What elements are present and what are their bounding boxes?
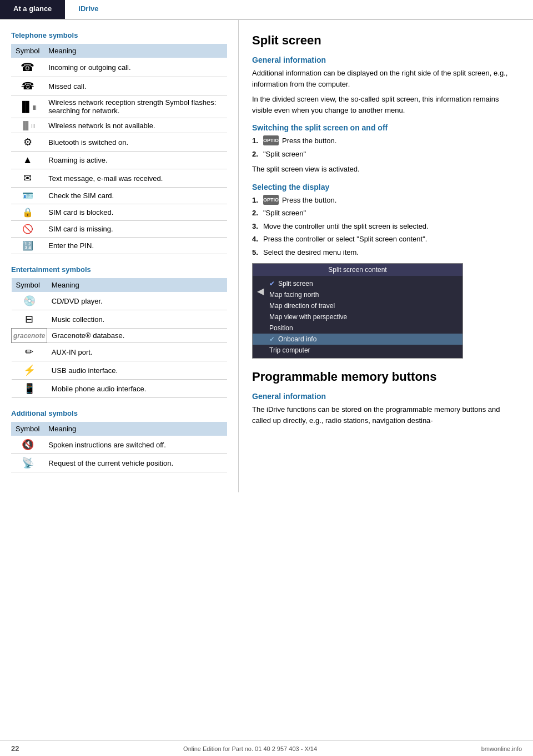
footer-site: bmwonline.info	[481, 745, 522, 752]
col-symbol: Symbol	[11, 44, 44, 58]
symbol-cell: ✏	[12, 343, 47, 361]
symbol-cell: ▐▌lll	[11, 95, 44, 118]
symbol-cell: ▲	[11, 152, 44, 169]
table-row: ⊟ Music collection.	[12, 310, 228, 329]
table-row: ☎ Missed call.	[11, 77, 227, 95]
symbol-cell: 💿	[12, 292, 47, 310]
col-meaning: Meaning	[47, 278, 227, 292]
mock-items: ◀ ✔ Split screen Map facing north Map di…	[253, 276, 462, 358]
table-row: 🔇 Spoken instructions are switched off.	[11, 436, 227, 454]
page-number: 22	[11, 744, 19, 753]
general-info-text2: In the divided screen view, the so-calle…	[252, 94, 520, 115]
meaning-cell: AUX-IN port.	[47, 343, 227, 361]
option-button-icon: OPTION	[263, 135, 279, 145]
meaning-cell: Check the SIM card.	[44, 188, 227, 204]
list-item: 1. OPTION Press the button.	[252, 135, 520, 147]
programmable-general-info-heading: General information	[252, 392, 520, 401]
mock-item: Map view with perspective	[253, 311, 462, 322]
symbol-cell: gracenote	[12, 329, 47, 343]
col-meaning: Meaning	[44, 44, 227, 58]
table-row: ✏ AUX-IN port.	[12, 343, 228, 361]
symbol-cell: ⊟	[12, 310, 47, 329]
meaning-cell: Enter the PIN.	[44, 238, 227, 254]
symbol-cell: 🚫	[11, 221, 44, 238]
selecting-heading: Selecting the display	[252, 183, 520, 191]
meaning-cell: CD/DVD player.	[47, 292, 227, 310]
switching-heading: Switching the split screen on and off	[252, 123, 520, 132]
list-item: 5. Select the desired menu item.	[252, 247, 520, 258]
top-navigation: At a glance iDrive	[0, 0, 533, 20]
mock-item: Position	[253, 322, 462, 334]
meaning-cell: SIM card is missing.	[44, 221, 227, 238]
meaning-cell: Missed call.	[44, 77, 227, 95]
entertainment-symbols-table: Symbol Meaning 💿 CD/DVD player. ⊟ Music …	[11, 278, 227, 398]
list-item: 2. "Split screen"	[252, 208, 520, 219]
table-row: 🚫 SIM card is missing.	[11, 221, 227, 238]
table-row: gracenote Gracenote® database.	[12, 329, 228, 343]
table-row: ☎ Incoming or outgoing call.	[11, 58, 227, 77]
meaning-cell: Roaming is active.	[44, 152, 227, 169]
entertainment-symbols-heading: Entertainment symbols	[11, 265, 227, 274]
meaning-cell: Incoming or outgoing call.	[44, 58, 227, 77]
symbol-cell: 📡	[11, 454, 44, 472]
general-info-heading: General information	[252, 56, 520, 64]
table-row: 🔒 SIM card is blocked.	[11, 204, 227, 221]
mock-item: Map facing north	[253, 289, 462, 300]
additional-symbols-table: Symbol Meaning 🔇 Spoken instructions are…	[11, 422, 227, 472]
switching-note: The split screen view is activated.	[252, 164, 520, 175]
meaning-cell: Gracenote® database.	[47, 329, 227, 343]
symbol-cell: ⚡	[12, 361, 47, 380]
mock-title-bar: Split screen content	[253, 264, 462, 276]
meaning-cell: Wireless network reception strength Symb…	[44, 95, 227, 118]
meaning-cell: Bluetooth is switched on.	[44, 133, 227, 152]
symbol-cell: ✉	[11, 169, 44, 188]
col-symbol: Symbol	[11, 422, 44, 436]
programmable-title: Programmable memory buttons	[252, 370, 520, 384]
symbol-cell: ▐▌lll	[11, 118, 44, 133]
left-arrow-indicator: ◀	[257, 286, 264, 296]
table-row: 🔢 Enter the PIN.	[11, 238, 227, 254]
option-button-icon: OPTION	[263, 195, 279, 205]
list-item: 3. Move the controller until the split s…	[252, 221, 520, 232]
symbol-cell: ☎	[11, 77, 44, 95]
telephone-symbols-heading: Telephone symbols	[11, 31, 227, 39]
tab-idrive[interactable]: iDrive	[65, 0, 112, 19]
mock-item-onboard: ✓ Onboard info	[253, 334, 462, 345]
switching-steps: 1. OPTION Press the button. 2. "Split sc…	[252, 135, 520, 159]
col-symbol: Symbol	[12, 278, 47, 292]
meaning-cell: Music collection.	[47, 310, 227, 329]
footer: 22 Online Edition for Part no. 01 40 2 9…	[0, 740, 533, 756]
col-meaning: Meaning	[44, 422, 227, 436]
list-item: 1. OPTION Press the button.	[252, 195, 520, 206]
meaning-cell: Mobile phone audio interface.	[47, 380, 227, 398]
mock-item: Trip computer	[253, 345, 462, 356]
symbol-cell: 📱	[12, 380, 47, 398]
table-row: ▐▌lll Wireless network is not available.	[11, 118, 227, 133]
mock-item: Map direction of travel	[253, 300, 462, 311]
symbol-cell: ⚙	[11, 133, 44, 152]
symbol-cell: ☎	[11, 58, 44, 77]
symbol-cell: 🔇	[11, 436, 44, 454]
left-column: Telephone symbols Symbol Meaning ☎ Incom…	[0, 20, 239, 492]
mock-item: ✔ Split screen	[253, 278, 462, 289]
meaning-cell: USB audio interface.	[47, 361, 227, 380]
meaning-cell: Spoken instructions are switched off.	[44, 436, 227, 454]
table-row: 🪪 Check the SIM card.	[11, 188, 227, 204]
telephone-symbols-table: Symbol Meaning ☎ Incoming or outgoing ca…	[11, 44, 227, 254]
symbol-cell: 🔒	[11, 204, 44, 221]
tab-at-a-glance[interactable]: At a glance	[0, 0, 65, 19]
right-column: Split screen General information Additio…	[239, 20, 533, 492]
meaning-cell: Request of the current vehicle position.	[44, 454, 227, 472]
symbol-cell: 🔢	[11, 238, 44, 254]
table-row: 💿 CD/DVD player.	[12, 292, 228, 310]
table-row: ▲ Roaming is active.	[11, 152, 227, 169]
selecting-steps: 1. OPTION Press the button. 2. "Split sc…	[252, 195, 520, 258]
table-row: ⚙ Bluetooth is switched on.	[11, 133, 227, 152]
table-row: 📱 Mobile phone audio interface.	[12, 380, 228, 398]
split-screen-mock: Split screen content ◀ ✔ Split screen Ma…	[252, 263, 463, 359]
meaning-cell: Wireless network is not available.	[44, 118, 227, 133]
main-content: Telephone symbols Symbol Meaning ☎ Incom…	[0, 20, 533, 492]
meaning-cell: Text message, e-mail was received.	[44, 169, 227, 188]
split-screen-title: Split screen	[252, 33, 520, 48]
additional-symbols-heading: Additional symbols	[11, 409, 227, 417]
